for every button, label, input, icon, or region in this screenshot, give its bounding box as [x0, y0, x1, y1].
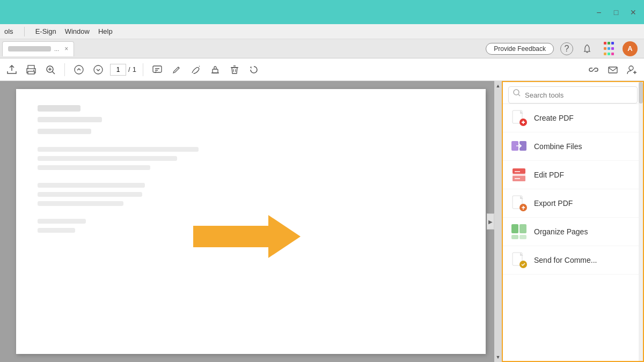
toolbar: / 1	[0, 58, 644, 81]
notifications-icon[interactable]	[580, 41, 595, 56]
export-pdf-label: Export PDF	[534, 199, 573, 208]
svg-point-5	[94, 65, 103, 74]
svg-rect-6	[153, 66, 162, 72]
toolbar-separator-2	[143, 63, 143, 76]
page-total: 1	[133, 65, 136, 73]
pdf-line	[38, 156, 177, 161]
upload-icon[interactable]	[4, 62, 19, 77]
edit-pdf-label: Edit PDF	[534, 171, 564, 179]
tool-item-combine-files[interactable]: Combine Files	[503, 132, 643, 161]
svg-point-4	[75, 65, 83, 74]
tab-title-prefix: ols	[4, 27, 13, 35]
tools-search-input[interactable]	[508, 86, 638, 104]
main-content-area: ▲ ▼ ▶	[0, 81, 644, 362]
create-pdf-label: Create PDF	[534, 114, 574, 122]
tab-title-placeholder	[8, 46, 51, 51]
svg-rect-7	[213, 69, 218, 73]
stamp-icon[interactable]	[208, 62, 223, 77]
delete-icon[interactable]	[227, 62, 242, 77]
help-icon[interactable]: ?	[560, 42, 573, 55]
pdf-line	[38, 192, 142, 197]
maximize-btn[interactable]: □	[612, 8, 620, 17]
print-icon[interactable]	[24, 62, 39, 77]
menu-help[interactable]: Help	[98, 27, 113, 35]
tools-panel: Create PDF Combine Files	[502, 81, 644, 362]
page-separator: /	[128, 65, 130, 73]
toolbar-right-icons	[586, 62, 640, 77]
pdf-line	[38, 129, 91, 134]
user-avatar[interactable]: A	[623, 41, 638, 56]
document-tab[interactable]: ... ×	[2, 41, 74, 56]
svg-marker-10	[193, 215, 301, 258]
panel-scrollbar[interactable]	[639, 82, 643, 361]
send-for-comment-icon	[510, 252, 528, 269]
page-number-input[interactable]	[110, 64, 126, 76]
page-up-icon[interactable]	[71, 62, 86, 77]
menu-esign[interactable]: E-Sign	[35, 27, 56, 35]
tab-overflow-dots[interactable]: ...	[54, 46, 59, 52]
draw-icon[interactable]	[188, 62, 203, 77]
organize-pages-label: Organize Pages	[534, 227, 588, 236]
pdf-line	[38, 183, 145, 188]
svg-rect-24	[519, 235, 526, 239]
combine-files-label: Combine Files	[534, 142, 582, 151]
menu-bar: ols E-Sign Window Help	[0, 24, 644, 39]
zoom-icon[interactable]	[43, 62, 58, 77]
svg-point-9	[629, 66, 633, 70]
pdf-line	[38, 228, 75, 233]
organize-pages-icon	[510, 223, 528, 240]
pdf-line	[38, 117, 102, 122]
svg-rect-23	[511, 235, 518, 239]
pdf-line	[38, 219, 86, 224]
minimize-btn[interactable]: −	[595, 8, 603, 17]
tool-item-send-comment[interactable]: Send for Comme...	[503, 246, 643, 275]
create-pdf-icon	[510, 109, 528, 127]
tool-item-create-pdf[interactable]: Create PDF	[503, 104, 643, 132]
email-icon[interactable]	[605, 62, 620, 77]
arrow-indicator	[193, 210, 301, 265]
pdf-line	[38, 201, 123, 206]
tool-item-organize-pages[interactable]: Organize Pages	[503, 218, 643, 246]
scroll-up-arrow[interactable]: ▲	[495, 82, 502, 90]
svg-rect-17	[513, 168, 525, 174]
tools-search-container	[503, 82, 643, 104]
export-pdf-icon	[510, 195, 528, 212]
pdf-line	[38, 147, 199, 152]
svg-point-2	[33, 70, 34, 71]
pdf-scrollbar: ▲ ▼	[494, 81, 502, 362]
svg-rect-1	[28, 71, 34, 74]
apps-grid-icon[interactable]	[601, 41, 616, 56]
pdf-line	[38, 165, 150, 170]
pdf-line	[38, 105, 80, 112]
panel-expand-arrow[interactable]: ▶	[487, 213, 494, 230]
provide-feedback-button[interactable]: Provide Feedback	[486, 43, 554, 55]
svg-rect-0	[28, 65, 34, 69]
send-comment-label: Send for Comme...	[534, 256, 597, 264]
svg-rect-21	[511, 224, 518, 233]
svg-rect-8	[609, 67, 617, 73]
tool-item-edit-pdf[interactable]: Edit PDF	[503, 161, 643, 189]
combine-files-icon	[510, 138, 528, 155]
tab-bar: ... × Provide Feedback ? A	[0, 39, 644, 58]
tab-close-btn[interactable]: ×	[64, 45, 68, 53]
panel-scroll-thumb[interactable]	[639, 82, 643, 104]
edit-pdf-icon	[510, 166, 528, 183]
tool-item-export-pdf[interactable]: Export PDF	[503, 189, 643, 218]
close-btn[interactable]: ✕	[629, 8, 638, 17]
svg-rect-22	[519, 224, 526, 233]
desktop-top-bar: − □ ✕	[0, 0, 644, 24]
toolbar-separator-1	[64, 63, 65, 76]
link-icon[interactable]	[586, 62, 601, 77]
menu-window[interactable]: Window	[65, 27, 90, 35]
rotate-icon[interactable]	[246, 62, 261, 77]
application-window: ols E-Sign Window Help ... × Provide Fee…	[0, 24, 644, 362]
highlight-icon[interactable]	[169, 62, 184, 77]
pdf-viewer: ▲ ▼ ▶	[0, 81, 502, 362]
scroll-down-arrow[interactable]: ▼	[495, 353, 502, 361]
page-down-icon[interactable]	[91, 62, 106, 77]
tab-bar-right: Provide Feedback ? A	[486, 41, 642, 56]
page-nav: / 1	[110, 64, 136, 76]
comment-icon[interactable]	[150, 62, 165, 77]
user-add-icon[interactable]	[625, 62, 640, 77]
